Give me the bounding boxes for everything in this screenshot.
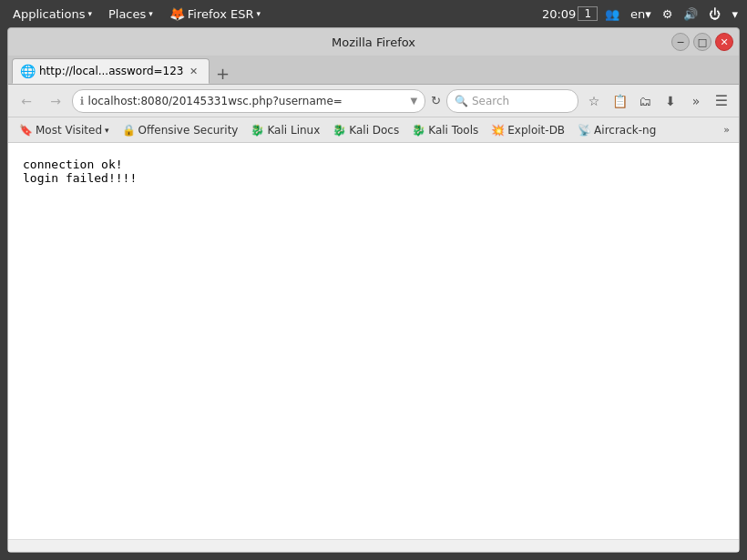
tab-0[interactable]: 🌐 http://local...assword=123 ✕ xyxy=(12,58,210,84)
bookmark-kali-tools[interactable]: 🐉 Kali Tools xyxy=(406,122,484,138)
applications-menu[interactable]: Applications ▾ xyxy=(5,5,99,23)
system-bar-center: 20:09 xyxy=(542,7,576,21)
users-icon[interactable]: 👥 xyxy=(601,5,623,23)
volume-icon[interactable]: 🔊 xyxy=(680,5,701,23)
bookmarks-more-button[interactable]: » xyxy=(720,122,733,137)
nav-actions: ☆ 📋 🗂 ⬇ » ☰ xyxy=(582,89,733,113)
new-tab-icon: + xyxy=(216,64,230,83)
more-tools-button[interactable]: » xyxy=(684,89,708,113)
downloads-button[interactable]: ⬇ xyxy=(659,89,682,113)
scroll-area[interactable] xyxy=(8,539,739,552)
page-line-2: login failed!!!! xyxy=(23,171,724,185)
kali-docs-label: Kali Docs xyxy=(349,124,399,137)
search-icon: 🔍 xyxy=(455,95,468,107)
search-bar[interactable]: 🔍 Search xyxy=(446,89,578,113)
power-icon[interactable]: ⏻ xyxy=(705,5,724,23)
language-selector[interactable]: en ▾ xyxy=(627,5,655,23)
info-icon: ℹ xyxy=(80,95,85,107)
offensive-security-label: Offensive Security xyxy=(138,124,239,137)
firefox-icon: 🦊 xyxy=(169,6,185,21)
language-label: en xyxy=(630,7,645,21)
kali-linux-label: Kali Linux xyxy=(267,124,320,137)
places-menu[interactable]: Places ▾ xyxy=(101,5,160,23)
time-label: 20:09 xyxy=(542,7,576,21)
new-tab-button[interactable]: + xyxy=(211,62,233,84)
settings-icon[interactable]: ⚙ xyxy=(659,5,677,23)
minimize-button[interactable]: − xyxy=(671,33,690,51)
places-label: Places xyxy=(108,7,146,21)
kali-docs-icon: 🐉 xyxy=(333,124,346,137)
aircrack-icon: 📡 xyxy=(578,124,591,137)
system-bar-left: Applications ▾ Places ▾ 🦊 Firefox ESR ▾ xyxy=(5,5,540,23)
kali-tools-label: Kali Tools xyxy=(428,124,478,137)
page-line-1: connection ok! xyxy=(23,158,724,171)
close-button[interactable]: ✕ xyxy=(715,33,733,51)
kali-tools-icon: 🐉 xyxy=(412,124,425,137)
page-content: connection ok! login failed!!!! xyxy=(8,143,739,539)
firefox-label: Firefox ESR xyxy=(188,7,254,21)
bookmarks-bar: 🔖 Most Visited ▾ 🔒 Offensive Security 🐉 … xyxy=(8,117,739,143)
title-bar: Mozilla Firefox − □ ✕ xyxy=(8,28,739,56)
applications-arrow-icon: ▾ xyxy=(87,9,92,18)
url-text: localhost:8080/20145331wsc.php?username= xyxy=(88,95,407,107)
bookmark-aircrack[interactable]: 📡 Aircrack-ng xyxy=(572,122,661,138)
places-arrow-icon: ▾ xyxy=(148,9,153,18)
system-bar: Applications ▾ Places ▾ 🦊 Firefox ESR ▾ … xyxy=(0,0,747,27)
window-controls: − □ ✕ xyxy=(671,33,733,51)
bookmark-kali-docs[interactable]: 🐉 Kali Docs xyxy=(327,122,404,138)
reload-button[interactable]: ↻ xyxy=(429,92,443,109)
bookmark-star-button[interactable]: ☆ xyxy=(582,89,606,113)
workspace-indicator[interactable]: 1 xyxy=(578,6,598,21)
bookmark-kali-linux[interactable]: 🐉 Kali Linux xyxy=(245,122,325,138)
tab-close-button[interactable]: ✕ xyxy=(187,65,200,77)
url-bar[interactable]: ℹ localhost:8080/20145331wsc.php?usernam… xyxy=(72,89,425,113)
system-menu-arrow-icon[interactable]: ▾ xyxy=(728,5,742,23)
most-visited-icon: 🔖 xyxy=(19,124,33,137)
most-visited-label: Most Visited xyxy=(36,124,102,137)
tab-label: http://local...assword=123 xyxy=(39,65,183,77)
tabs-bar: 🌐 http://local...assword=123 ✕ + xyxy=(8,56,739,85)
back-button[interactable]: ← xyxy=(14,88,39,114)
exploit-db-icon: 💥 xyxy=(491,124,505,137)
tab-favicon-icon: 🌐 xyxy=(20,64,36,78)
pocket-button[interactable]: 🗂 xyxy=(633,89,657,113)
language-arrow-icon: ▾ xyxy=(645,7,651,21)
offensive-security-icon: 🔒 xyxy=(122,124,136,137)
aircrack-label: Aircrack-ng xyxy=(594,124,656,137)
system-bar-right: 1 👥 en ▾ ⚙ 🔊 ⏻ ▾ xyxy=(578,5,742,23)
bookmark-most-visited[interactable]: 🔖 Most Visited ▾ xyxy=(14,122,115,138)
bookmark-exploit-db[interactable]: 💥 Exploit-DB xyxy=(486,122,570,138)
applications-label: Applications xyxy=(13,7,85,21)
maximize-button[interactable]: □ xyxy=(693,33,711,51)
nav-bar: ← → ℹ localhost:8080/20145331wsc.php?use… xyxy=(8,85,739,117)
hamburger-menu-button[interactable]: ☰ xyxy=(710,89,733,113)
workspace-number: 1 xyxy=(584,7,591,20)
firefox-arrow-icon: ▾ xyxy=(256,9,261,18)
firefox-window: Mozilla Firefox − □ ✕ 🌐 http://local...a… xyxy=(7,27,740,553)
exploit-db-label: Exploit-DB xyxy=(507,124,565,137)
search-placeholder: Search xyxy=(472,95,509,107)
kali-linux-icon: 🐉 xyxy=(251,124,264,137)
forward-button[interactable]: → xyxy=(43,88,68,114)
bookmark-offensive-security[interactable]: 🔒 Offensive Security xyxy=(117,122,244,138)
url-dropdown-icon[interactable]: ▼ xyxy=(410,96,417,106)
most-visited-arrow-icon: ▾ xyxy=(105,126,109,135)
firefox-menu[interactable]: 🦊 Firefox ESR ▾ xyxy=(162,5,268,23)
synced-tabs-button[interactable]: 📋 xyxy=(608,89,631,113)
window-title: Mozilla Firefox xyxy=(332,36,415,49)
